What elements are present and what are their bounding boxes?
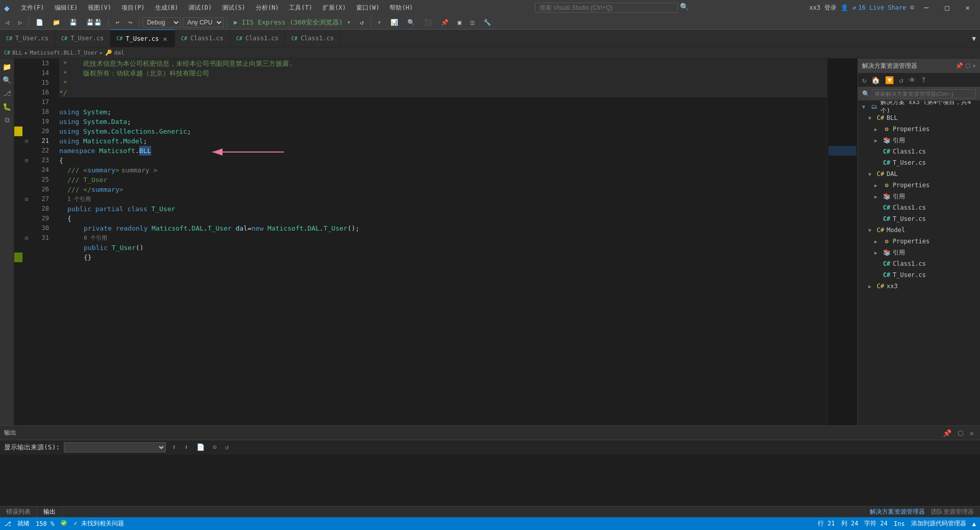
menu-test[interactable]: 测试(S): [217, 2, 251, 14]
minimap[interactable]: [827, 59, 857, 425]
se-dal-ref[interactable]: ▶ 📚 引用: [858, 191, 980, 202]
fold-21[interactable]: ⊟: [22, 136, 31, 146]
menu-edit[interactable]: 编辑(E): [50, 2, 83, 14]
activity-debug[interactable]: 🐛: [1, 100, 13, 113]
debug-config-dropdown[interactable]: Debug Release: [142, 17, 181, 28]
se-bll-tuser[interactable]: C# T_User.cs: [858, 157, 980, 168]
activity-search[interactable]: 🔍: [1, 74, 13, 86]
attach-btn[interactable]: ⚡: [374, 17, 385, 28]
output-btn-5[interactable]: ↺: [223, 442, 231, 452]
tab-close-2[interactable]: ✕: [162, 35, 168, 43]
add-to-source[interactable]: 添加到源代码管理器: [911, 519, 966, 528]
se-model-ref[interactable]: ▶ 📚 引用: [858, 247, 980, 258]
se-tb-home[interactable]: 🏠: [869, 75, 882, 85]
se-bll-ref[interactable]: ▶ 📚 引用: [858, 135, 980, 146]
undo-btn[interactable]: ↩: [112, 17, 122, 28]
se-dal-tuser[interactable]: C# T_User.cs: [858, 213, 980, 224]
new-file-btn[interactable]: 📄: [32, 17, 47, 28]
menu-view[interactable]: 视图(V): [83, 2, 116, 14]
tab-3[interactable]: C# Class1.cs: [175, 30, 230, 47]
toolbar-btn-9[interactable]: 📌: [437, 17, 452, 28]
team-explorer-link[interactable]: 团队资源管理器: [929, 507, 976, 517]
output-float-icon[interactable]: ⬡: [955, 428, 966, 438]
se-tb-collapse[interactable]: ⤒: [919, 75, 929, 85]
activity-extensions[interactable]: ⧉: [1, 114, 13, 126]
status-zoom[interactable]: 150 %: [36, 520, 54, 527]
code-editor[interactable]: ⊟ ⊟ ⊟ ⊟ 13 14 15 16 17: [14, 59, 857, 425]
menu-extensions[interactable]: 扩展(X): [317, 2, 351, 14]
se-bll-properties[interactable]: ▶ ⚙ Properties: [858, 123, 980, 135]
activity-explorer[interactable]: 📁: [1, 61, 13, 73]
bottom-tab-errors[interactable]: 错误列表: [0, 507, 37, 517]
output-btn-4[interactable]: ⊘: [211, 442, 219, 452]
minimize-btn[interactable]: ─: [918, 2, 935, 14]
save-btn[interactable]: 💾: [66, 17, 81, 28]
redo-btn[interactable]: ↪: [125, 17, 136, 28]
se-tb-sync[interactable]: ↻: [860, 75, 868, 85]
output-pin-icon[interactable]: 📌: [941, 428, 953, 438]
se-pin2-icon[interactable]: ⬡: [965, 62, 970, 69]
bottom-tab-output[interactable]: 输出: [37, 507, 62, 517]
platform-dropdown[interactable]: Any CPU: [183, 17, 224, 28]
fold-23[interactable]: ⊟: [22, 156, 31, 165]
maximize-btn[interactable]: □: [939, 2, 955, 14]
save-all-btn[interactable]: 💾💾: [83, 17, 105, 28]
se-model-properties[interactable]: ▶ ⚙ Properties: [858, 236, 980, 247]
se-tb-filter[interactable]: 🔽: [883, 75, 896, 85]
title-search-input[interactable]: [535, 3, 678, 13]
forward-btn[interactable]: ▷: [15, 17, 26, 28]
output-btn-3[interactable]: 📄: [194, 442, 207, 452]
se-pin-icon[interactable]: 📌: [955, 62, 963, 69]
se-tb-showall[interactable]: 👁: [906, 75, 918, 85]
menu-tools[interactable]: 工具(T): [284, 2, 317, 14]
se-search-input[interactable]: [872, 89, 976, 98]
fold-27[interactable]: ⊟: [22, 194, 31, 204]
se-close-icon[interactable]: ✕: [972, 62, 976, 69]
toolbar-btn-8[interactable]: ⬛: [421, 17, 435, 28]
se-dal-project[interactable]: ▼ C# DAL: [858, 168, 980, 180]
tab-2[interactable]: C# T_User.cs ✕: [110, 30, 175, 47]
se-model-project[interactable]: ▼ C# Model: [858, 224, 980, 236]
toolbar-btn-10[interactable]: ▣: [454, 17, 465, 28]
menu-file[interactable]: 文件(F): [16, 2, 50, 14]
menu-help[interactable]: 帮助(H): [384, 2, 418, 14]
code-content[interactable]: * 此技术信息为本公司机密信息，未经本公司书面同意禁止向第三方披露. * 版权所…: [55, 59, 827, 425]
feedback-icon[interactable]: ☺: [910, 4, 914, 11]
path-project[interactable]: BLL: [12, 49, 22, 56]
path-namespace[interactable]: Maticsoft.BLL.T_User: [30, 49, 97, 56]
path-method[interactable]: dal: [114, 49, 125, 56]
se-dal-properties[interactable]: ▶ ⚙ Properties: [858, 180, 980, 191]
close-btn[interactable]: ✕: [960, 2, 976, 14]
toolbar-btn-12[interactable]: 🔧: [480, 17, 495, 28]
run-btn[interactable]: ▶ IIS Express (360安全浏览器) ▾: [230, 16, 354, 29]
se-model-tuser[interactable]: C# T_User.cs: [858, 269, 980, 281]
user-icon[interactable]: 👤: [841, 4, 848, 11]
menu-project[interactable]: 项目(P): [116, 2, 150, 14]
menu-build[interactable]: 生成(B): [150, 2, 184, 14]
toolbar-btn-11[interactable]: ◫: [467, 17, 478, 28]
tab-1[interactable]: C# T_User.cs: [55, 30, 110, 47]
tab-dropdown[interactable]: ▼: [968, 30, 980, 47]
add-file-btn[interactable]: 📁: [49, 17, 64, 28]
output-btn-2[interactable]: ⬇: [182, 442, 190, 452]
back-btn[interactable]: ◁: [2, 17, 13, 28]
activity-git[interactable]: ⎇: [1, 87, 13, 99]
fold-31[interactable]: ⊟: [22, 233, 31, 243]
tab-0[interactable]: C# T_User.cs: [0, 30, 55, 47]
menu-window[interactable]: 窗口(W): [351, 2, 385, 14]
menu-analyze[interactable]: 分析(N): [251, 2, 284, 14]
se-model-class1[interactable]: C# Class1.cs: [858, 258, 980, 269]
se-xx3-project[interactable]: ▶ C# xx3: [858, 281, 980, 292]
tab-5[interactable]: C# Class1.cs: [285, 30, 340, 47]
output-close-icon[interactable]: ✕: [968, 428, 976, 438]
se-tb-refresh[interactable]: ↺: [897, 75, 905, 85]
toolbar-btn-6[interactable]: 📊: [387, 17, 402, 28]
se-solution-root[interactable]: ▼ 🗂 解决方案'xx3'(第4个项目，共4个): [858, 101, 980, 112]
output-source-dropdown[interactable]: [64, 442, 166, 452]
menu-debug[interactable]: 调试(D): [183, 2, 217, 14]
refresh-btn[interactable]: ↺: [356, 17, 367, 28]
se-bottom-link[interactable]: 解决方案资源管理器: [868, 507, 927, 517]
se-dal-class1[interactable]: C# Class1.cs: [858, 202, 980, 213]
toolbar-btn-7[interactable]: 🔍: [404, 17, 419, 28]
se-bll-class1[interactable]: C# Class1.cs: [858, 146, 980, 157]
